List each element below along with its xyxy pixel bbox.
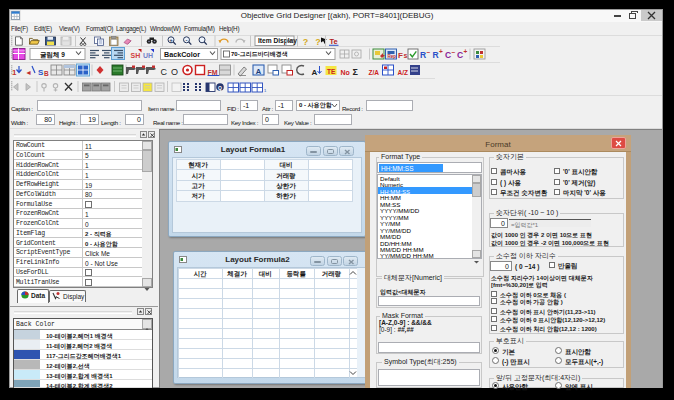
- svg-text:R: R: [433, 50, 439, 60]
- svg-text:굴림체 9: 굴림체 9: [40, 51, 65, 59]
- svg-text:No: No: [341, 69, 350, 76]
- svg-text:?: ?: [315, 37, 321, 47]
- svg-text:+: +: [439, 48, 443, 55]
- svg-text:–: –: [427, 48, 431, 55]
- svg-text:A: A: [312, 68, 318, 77]
- svg-text:+: +: [464, 48, 468, 55]
- svg-text:R: R: [420, 50, 426, 60]
- svg-text:UH: UH: [143, 52, 153, 59]
- svg-text:TE: TE: [327, 68, 336, 75]
- svg-text:F: F: [398, 51, 403, 60]
- svg-text:-: -: [186, 37, 188, 43]
- svg-text:1: 1: [12, 68, 17, 77]
- svg-text:70-그리드바디배경색: 70-그리드바디배경색: [231, 51, 288, 58]
- svg-text:FM: FM: [208, 69, 218, 76]
- svg-text:Rep: Rep: [388, 54, 397, 59]
- svg-text:◄: ◄: [25, 69, 32, 76]
- svg-text:BackColor: BackColor: [164, 50, 200, 59]
- svg-text:O: O: [171, 67, 178, 77]
- svg-text:C: C: [457, 50, 463, 60]
- svg-text:?: ?: [303, 37, 309, 47]
- svg-text:s: s: [404, 52, 408, 59]
- svg-text:Z/A: Z/A: [369, 69, 380, 76]
- svg-text:A: A: [256, 67, 262, 76]
- svg-text:Σ: Σ: [353, 67, 359, 77]
- svg-text:A/Z: A/Z: [398, 69, 409, 76]
- svg-text:SH: SH: [131, 52, 141, 59]
- svg-text:+: +: [169, 37, 173, 43]
- svg-text:C: C: [445, 50, 451, 60]
- svg-text:Q: Q: [218, 85, 222, 91]
- svg-text:C: C: [161, 67, 168, 77]
- svg-text:–: –: [452, 48, 456, 55]
- svg-text:B: B: [44, 70, 49, 77]
- svg-text:₁: ₁: [264, 85, 267, 92]
- svg-text:Te: Te: [329, 37, 337, 46]
